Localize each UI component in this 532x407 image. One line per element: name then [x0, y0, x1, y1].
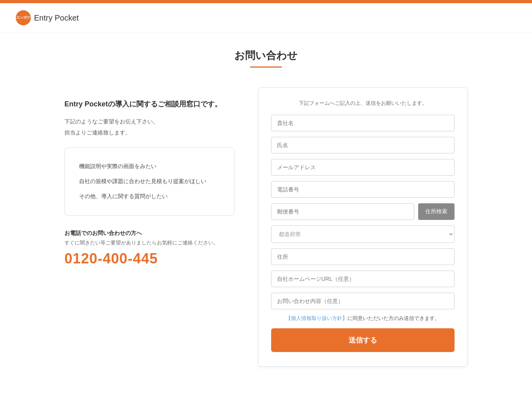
intro-desc-line2: 担当よりご連絡致します。: [64, 129, 131, 136]
title-underline: [250, 66, 282, 68]
form-subtitle: 下記フォームへご記入の上、送信をお願いいたします。: [271, 100, 455, 107]
email-input[interactable]: [271, 159, 455, 176]
header: エンポケ Entry Pocket: [0, 3, 532, 33]
features-list: 機能説明や実際の画面をみたい 自社の規模や課題に合わせた見積もり提案がほしい そ…: [79, 159, 220, 204]
logo: エンポケ Entry Pocket: [16, 10, 79, 25]
address-field-group: [271, 248, 455, 265]
address-input[interactable]: [271, 248, 455, 265]
email-field-group: [271, 159, 455, 176]
prefecture-field-group: 都道府県北海道青森県岩手県宮城県秋田県山形県福島県茨城県栃木県群馬県埼玉県千葉県…: [271, 225, 455, 243]
list-item: その他、導入に関する質問がしたい: [79, 189, 220, 204]
page-title: お問い合わせ: [0, 49, 532, 62]
logo-badge: エンポケ: [16, 10, 31, 25]
phone-field-group: [271, 181, 455, 198]
company-input[interactable]: [271, 115, 455, 131]
left-column: Entry Pocketの導入に関するご相談用窓口です。 下記のようなご要望をお…: [64, 87, 234, 267]
privacy-note-text: に同意いただいた方のみ送信できます。: [347, 315, 440, 321]
page-title-area: お問い合わせ: [0, 33, 532, 76]
right-column: 下記フォームへご記入の上、送信をお願いいたします。 住所検索 都道府県北海道青森…: [258, 87, 468, 367]
phone-number: 0120-400-445: [64, 250, 234, 267]
list-item: 自社の規模や課題に合わせた見積もり提案がほしい: [79, 174, 220, 189]
company-field-group: [271, 115, 455, 131]
phone-sub: すぐに聞きたい等ご要望がありましたらお気軽にご連絡ください。: [64, 239, 234, 246]
features-box: 機能説明や実際の画面をみたい 自社の規模や課題に合わせた見積もり提案がほしい そ…: [64, 148, 234, 216]
phone-section: お電話でのお問い合わせの方へ すぐに聞きたい等ご要望がありましたらお気軽にご連絡…: [64, 230, 234, 267]
logo-text: Entry Pocket: [34, 13, 79, 23]
phone-input[interactable]: [271, 181, 455, 198]
submit-button[interactable]: 送信する: [271, 328, 455, 352]
name-field-group: [271, 137, 455, 153]
inquiry-field-group: [271, 293, 455, 309]
list-item: 機能説明や実際の画面をみたい: [79, 159, 220, 174]
prefecture-select[interactable]: 都道府県北海道青森県岩手県宮城県秋田県山形県福島県茨城県栃木県群馬県埼玉県千葉県…: [271, 225, 455, 243]
postal-field-group: 住所検索: [271, 203, 455, 220]
website-input[interactable]: [271, 271, 455, 287]
intro-desc-line1: 下記のようなご要望をお伝え下さい。: [64, 118, 158, 125]
inquiry-input[interactable]: [271, 293, 455, 309]
website-field-group: [271, 271, 455, 287]
name-input[interactable]: [271, 137, 455, 153]
privacy-note: 【個人情報取り扱い方針】に同意いただいた方のみ送信できます。: [271, 315, 455, 322]
address-search-button[interactable]: 住所検索: [418, 203, 455, 220]
logo-badge-text: エンポケ: [16, 16, 30, 20]
privacy-link[interactable]: 【個人情報取り扱い方針】: [286, 315, 347, 321]
main-content: Entry Pocketの導入に関するご相談用窓口です。 下記のようなご要望をお…: [49, 87, 483, 367]
postal-input[interactable]: [271, 203, 414, 220]
contact-form-card: 下記フォームへご記入の上、送信をお願いいたします。 住所検索 都道府県北海道青森…: [258, 87, 468, 367]
phone-label: お電話でのお問い合わせの方へ: [64, 230, 234, 237]
top-accent-bar: [0, 0, 532, 3]
intro-description: 下記のようなご要望をお伝え下さい。 担当よりご連絡致します。: [64, 116, 234, 138]
intro-title: Entry Pocketの導入に関するご相談用窓口です。: [64, 99, 234, 109]
